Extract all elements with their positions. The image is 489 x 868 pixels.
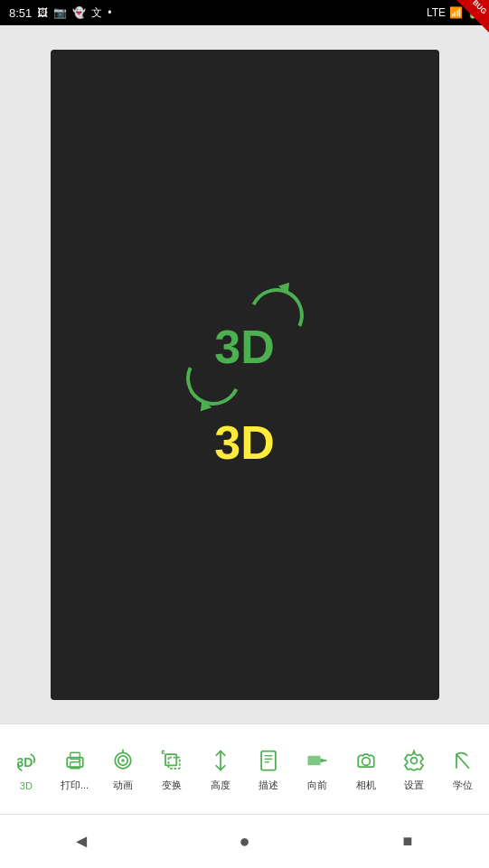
nav-back-button[interactable]: ◄: [59, 819, 104, 864]
degree-icon-svg: [450, 748, 475, 773]
svg-point-18: [411, 758, 418, 764]
print-icon-svg: [62, 748, 88, 773]
tool-transform[interactable]: 变换: [149, 742, 194, 796]
tool-camera[interactable]: 相机: [343, 742, 389, 796]
camera-icon-svg: [353, 748, 379, 773]
nav-home-button[interactable]: ●: [221, 819, 267, 864]
tool-degree-label: 学位: [453, 779, 473, 792]
tool-print-label: 打印...: [61, 779, 89, 792]
tool-describe[interactable]: 描述: [246, 742, 291, 796]
translate-icon: 文: [91, 5, 102, 21]
3d-green-text: 3D: [214, 323, 274, 370]
dot-icon: •: [108, 6, 111, 19]
svg-rect-10: [168, 758, 179, 769]
svg-point-4: [78, 760, 80, 762]
tool-forward-label: 向前: [307, 779, 327, 792]
toolbar: 3D 3D 打印... 动画: [0, 723, 489, 814]
time-display: 8:51: [9, 6, 32, 20]
tool-height-icon: [206, 746, 235, 775]
settings-icon-svg: [401, 748, 427, 773]
tool-degree-icon: [448, 746, 477, 775]
tool-settings[interactable]: 设置: [391, 742, 437, 796]
tool-degree[interactable]: 学位: [440, 742, 485, 796]
tool-camera-icon: [352, 746, 381, 775]
photo-icon: 🖼: [37, 6, 48, 19]
tool-3d-icon: 3D: [12, 748, 41, 777]
back-icon: ◄: [72, 831, 90, 852]
tool-forward-icon: [303, 746, 332, 775]
tool-settings-icon: [400, 746, 428, 775]
tool-animate[interactable]: 动画: [100, 742, 146, 796]
tool-height[interactable]: 高度: [198, 742, 243, 796]
home-icon: ●: [239, 831, 249, 852]
svg-rect-16: [307, 756, 320, 766]
canvas-area: 3D 3D: [51, 50, 439, 700]
svg-rect-9: [165, 754, 176, 765]
tool-print-icon: [61, 746, 89, 775]
tool-transform-icon: [157, 746, 186, 775]
tool-3d-label: 3D: [20, 780, 33, 791]
tool-camera-label: 相机: [356, 779, 376, 792]
tool-height-label: 高度: [211, 779, 230, 792]
main-content: 3D 3D: [0, 25, 489, 723]
tool-settings-label: 设置: [404, 779, 424, 792]
tool-3d[interactable]: 3D 3D: [4, 744, 49, 795]
lte-label: LTE: [427, 6, 446, 19]
debug-text: BUG: [471, 0, 488, 16]
svg-point-7: [121, 759, 125, 762]
svg-point-17: [362, 758, 370, 766]
signal-icon: 📶: [449, 6, 463, 19]
tool-print[interactable]: 打印...: [52, 742, 98, 796]
rotating-3d-icon: 3D: [182, 284, 308, 410]
tool-describe-icon: [254, 746, 283, 775]
height-icon-svg: [208, 748, 233, 773]
animate-icon-svg: [110, 748, 136, 773]
nav-bar: ◄ ● ■: [0, 814, 489, 868]
transform-icon-svg: [159, 748, 184, 773]
forward-icon-svg: [305, 748, 330, 773]
tool-transform-label: 变换: [162, 779, 182, 792]
tool-animate-label: 动画: [113, 779, 133, 792]
logo-container: 3D 3D: [182, 284, 308, 466]
tool-forward[interactable]: 向前: [295, 742, 340, 796]
svg-rect-12: [261, 751, 276, 770]
3d-icon-svg: 3D: [14, 750, 39, 775]
tool-describe-label: 描述: [259, 779, 278, 792]
status-bar: 8:51 🖼 📷 👻 文 • LTE 📶 🔋: [0, 0, 489, 25]
describe-icon-svg: [256, 748, 281, 773]
recent-icon: ■: [402, 832, 412, 851]
ghost-icon: 👻: [72, 6, 86, 19]
nav-recent-button[interactable]: ■: [385, 819, 430, 864]
photo2-icon: 📷: [53, 6, 67, 19]
tool-animate-icon: [108, 746, 137, 775]
status-left: 8:51 🖼 📷 👻 文 •: [9, 5, 112, 21]
3d-yellow-text: 3D: [214, 419, 274, 466]
